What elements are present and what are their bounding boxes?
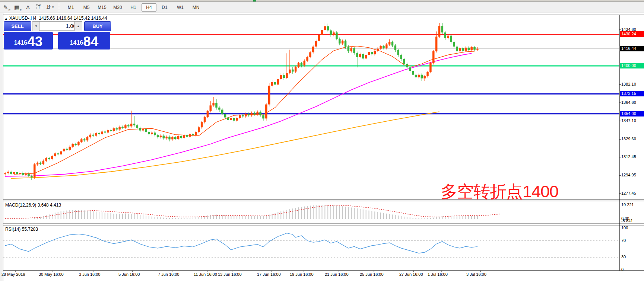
- macd-histogram-bar: [354, 208, 355, 219]
- candle-body: [476, 49, 479, 50]
- macd-histogram-bar: [140, 215, 140, 219]
- ohlc-values: 1415.66 1416.64 1415.42 1416.44: [39, 16, 107, 21]
- candle-body: [289, 70, 291, 73]
- macd-histogram-bar: [181, 218, 182, 219]
- candle-body: [163, 136, 165, 138]
- volume-input[interactable]: [39, 21, 79, 31]
- candle-body: [251, 113, 253, 115]
- candle-body: [180, 136, 183, 138]
- macd-histogram-bar: [342, 206, 343, 219]
- time-axis-label: 30 May 16:00: [39, 272, 64, 277]
- candle-body: [380, 46, 382, 49]
- macd-histogram-bar: [316, 205, 317, 219]
- candle-body: [148, 132, 150, 134]
- sell-button[interactable]: SELL: [4, 21, 31, 31]
- candle-body: [45, 158, 48, 161]
- macd-label: MACD(12,26,9) 3.648 4.413: [5, 202, 61, 208]
- candle-body: [342, 41, 344, 44]
- chart-window[interactable]: ▲XAUUSD-,H4 1415.66 1416.64 1415.42 1416…: [0, 13, 644, 281]
- candle-body: [262, 115, 264, 118]
- macd-histogram-bar: [474, 216, 475, 219]
- time-axis-label: 5 Jun 16:00: [118, 272, 140, 277]
- sell-price-box[interactable]: 141643: [4, 32, 53, 50]
- macd-histogram-bar: [272, 214, 273, 219]
- macd-histogram-bar: [389, 214, 390, 219]
- macd-histogram-bar: [421, 218, 422, 219]
- volume-increase-button[interactable]: ▲: [74, 21, 82, 31]
- macd-histogram-bar: [377, 212, 378, 219]
- candle-body: [271, 82, 273, 86]
- macd-histogram-bar: [99, 212, 99, 219]
- macd-histogram-bar: [14, 218, 15, 219]
- candle-body: [470, 47, 473, 50]
- macd-histogram-bar: [163, 218, 164, 219]
- macd-histogram-bar: [96, 212, 96, 219]
- candle-body: [118, 127, 121, 130]
- candle-body: [324, 26, 326, 30]
- candle-body: [204, 117, 206, 122]
- candle-body: [174, 137, 177, 139]
- candle-body: [37, 163, 39, 164]
- price-level-badge: 1416.44: [620, 46, 644, 51]
- buy-button[interactable]: BUY: [84, 21, 111, 31]
- macd-histogram-bar: [322, 205, 323, 219]
- macd-histogram-bar: [158, 217, 158, 219]
- macd-histogram-bar: [22, 219, 23, 219]
- candle-body: [227, 118, 229, 120]
- macd-histogram-bar: [248, 216, 249, 219]
- macd-histogram-bar: [72, 210, 73, 219]
- macd-histogram-bar: [19, 218, 20, 219]
- candle-body: [127, 125, 130, 127]
- candle-body: [16, 172, 18, 175]
- candle-body: [298, 63, 300, 67]
- candle-body: [274, 82, 276, 84]
- candle-body: [34, 165, 36, 178]
- candle-body: [210, 105, 212, 111]
- candle-body: [318, 35, 320, 41]
- price-tick-label: 1312.45: [621, 154, 636, 159]
- candle-body: [107, 130, 109, 132]
- macd-histogram-bar: [234, 216, 234, 219]
- time-axis-label: 3 Jun 16:00: [79, 272, 101, 277]
- candle-body: [388, 42, 391, 44]
- collapse-icon[interactable]: ▲: [4, 17, 8, 20]
- candle-body: [19, 173, 21, 174]
- candle-body: [386, 44, 388, 48]
- candle-body: [101, 131, 103, 134]
- candle-body: [168, 137, 171, 139]
- chart-annotation-text: 多空转折点1400: [441, 181, 558, 203]
- macd-histogram-bar: [55, 213, 55, 219]
- macd-histogram-bar: [292, 208, 293, 219]
- candle-body: [245, 114, 247, 116]
- ma-fast-line: [14, 46, 475, 175]
- price-level-badge: 1430.24: [620, 31, 644, 37]
- candle-body: [421, 75, 423, 79]
- candle-body: [248, 114, 250, 115]
- macd-histogram-bar: [324, 205, 325, 219]
- candle-body: [336, 32, 338, 39]
- price-level-badge: 1400.00: [620, 63, 644, 68]
- macd-histogram-bar: [237, 216, 237, 219]
- macd-histogram-bar: [465, 216, 466, 219]
- macd-histogram-bar: [113, 214, 114, 219]
- time-axis-label: 17 Jun 16:00: [257, 272, 281, 277]
- candle-body: [435, 36, 438, 51]
- macd-histogram-bar: [380, 213, 381, 219]
- candle-body: [142, 129, 144, 130]
- macd-histogram-bar: [128, 214, 129, 219]
- candle-body: [4, 173, 6, 174]
- time-axis-label: 21 Jun 16:00: [325, 272, 349, 277]
- candle-body: [186, 135, 188, 137]
- macd-histogram-bar: [190, 218, 190, 219]
- candle-body: [292, 70, 294, 72]
- candle-body: [312, 47, 314, 52]
- buy-price-box[interactable]: 141684: [58, 32, 110, 50]
- macd-histogram-bar: [75, 210, 76, 219]
- macd-histogram-bar: [463, 216, 463, 219]
- price-tick-label: 1364.60: [621, 100, 636, 105]
- candle-body: [218, 108, 221, 110]
- sell-price-whole: 1416: [14, 37, 28, 48]
- candle-body: [54, 153, 56, 156]
- macd-histogram-bar: [66, 211, 67, 219]
- candle-body: [95, 133, 97, 136]
